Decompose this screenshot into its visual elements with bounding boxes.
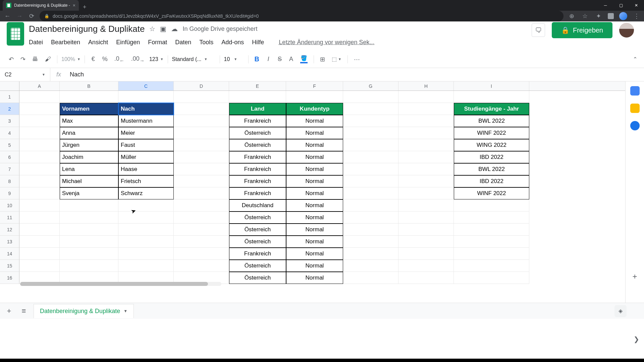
cell-H14[interactable] (398, 248, 454, 260)
formula-input[interactable]: Nach (67, 71, 644, 78)
merge-cells-button[interactable]: ⬚▼ (330, 56, 343, 62)
tasks-icon[interactable] (630, 121, 640, 130)
cell-F11[interactable]: Normal (286, 212, 343, 224)
cell-C7[interactable]: Haase (118, 163, 174, 175)
number-format-select[interactable]: 123 ▼ (149, 56, 164, 62)
browser-tab[interactable]: Datenbereinigung & Duplikate - × (3, 0, 79, 11)
cell-E6[interactable]: Frankreich (229, 151, 286, 163)
borders-button[interactable]: ⊞ (318, 54, 327, 64)
column-header-E[interactable]: E (229, 81, 286, 90)
column-header-B[interactable]: B (60, 81, 118, 90)
maximize-button[interactable]: ▢ (613, 0, 629, 11)
fill-color-button[interactable]: 🪣 (298, 55, 310, 63)
cell-I9[interactable]: WINF 2022 (454, 187, 529, 199)
row-header[interactable]: 5 (0, 139, 19, 151)
cell-I13[interactable] (454, 236, 529, 248)
cell-I2[interactable]: Studiengänge - Jahr (454, 103, 529, 115)
cell-I4[interactable]: WINF 2022 (454, 127, 529, 139)
row-header[interactable]: 11 (0, 212, 19, 224)
cell-F6[interactable]: Normal (286, 151, 343, 163)
cell-I15[interactable] (454, 260, 529, 272)
row-header[interactable]: 13 (0, 236, 19, 248)
cell-G11[interactable] (343, 212, 398, 224)
cell-B2[interactable]: Vornamen (60, 103, 118, 115)
cell-H8[interactable] (398, 175, 454, 187)
row-header[interactable]: 6 (0, 151, 19, 163)
menu-bearbeiten[interactable]: Bearbeiten (51, 39, 80, 46)
reload-button[interactable]: ⟳ (28, 12, 36, 20)
cell-F2[interactable]: Kundentyp (286, 103, 343, 115)
cell-G7[interactable] (343, 163, 398, 175)
cell-D1[interactable] (174, 91, 229, 103)
sheet-tab-dropdown-icon[interactable]: ▼ (123, 309, 127, 313)
cell-G13[interactable] (343, 236, 398, 248)
cell-C13[interactable] (118, 236, 174, 248)
cell-A10[interactable] (19, 199, 60, 212)
close-window-button[interactable]: ✕ (629, 0, 644, 11)
column-header-G[interactable]: G (343, 81, 398, 90)
name-box[interactable]: C2 ▼ (0, 68, 50, 81)
font-size-select[interactable]: 10 ▼ (224, 56, 244, 62)
cell-F9[interactable]: Normal (286, 187, 343, 199)
keep-icon[interactable] (630, 104, 640, 113)
cell-G8[interactable] (343, 175, 398, 187)
cell-G10[interactable] (343, 199, 398, 212)
cell-E5[interactable]: Österreich (229, 139, 286, 151)
cell-B1[interactable] (60, 91, 118, 103)
cell-C11[interactable] (118, 212, 174, 224)
cell-F8[interactable]: Normal (286, 175, 343, 187)
cell-H10[interactable] (398, 199, 454, 212)
add-sheet-button[interactable]: + (4, 307, 14, 315)
cell-A1[interactable] (19, 91, 60, 103)
cell-E1[interactable] (229, 91, 286, 103)
cell-H6[interactable] (398, 151, 454, 163)
cell-A11[interactable] (19, 212, 60, 224)
menu-ansicht[interactable]: Ansicht (88, 39, 108, 46)
cell-G1[interactable] (343, 91, 398, 103)
cell-E16[interactable]: Österreich (229, 272, 286, 284)
cell-G2[interactable] (343, 103, 398, 115)
menu-daten[interactable]: Daten (175, 39, 191, 46)
cell-C12[interactable] (118, 224, 174, 236)
minimize-button[interactable]: ─ (598, 0, 613, 11)
cell-I5[interactable]: WING 2022 (454, 139, 529, 151)
increase-decimal-button[interactable]: .00→ (129, 54, 147, 65)
more-tools-button[interactable]: ⋯ (352, 54, 362, 64)
cell-I11[interactable] (454, 212, 529, 224)
cell-G5[interactable] (343, 139, 398, 151)
cell-A9[interactable] (19, 187, 60, 199)
column-header-H[interactable]: H (398, 81, 454, 90)
cell-B12[interactable] (60, 224, 118, 236)
cell-C10[interactable] (118, 199, 174, 212)
cell-D15[interactable] (174, 260, 229, 272)
cloud-status-icon[interactable]: ☁ (171, 25, 178, 33)
cell-C15[interactable] (118, 260, 174, 272)
expand-side-panel-button[interactable]: ❯ (634, 335, 639, 343)
cell-E9[interactable]: Frankreich (229, 187, 286, 199)
all-sheets-button[interactable]: ≡ (19, 307, 29, 315)
url-input[interactable]: 🔒 docs.google.com/spreadsheets/d/1Jevzbk… (40, 11, 564, 21)
cell-C5[interactable]: Faust (118, 139, 174, 151)
row-header[interactable]: 9 (0, 187, 19, 199)
cell-H2[interactable] (398, 103, 454, 115)
cell-E12[interactable]: Österreich (229, 224, 286, 236)
cell-D11[interactable] (174, 212, 229, 224)
cell-C1[interactable] (118, 91, 174, 103)
explore-button[interactable]: ◈ (614, 305, 627, 317)
cell-D5[interactable] (174, 139, 229, 151)
cell-F12[interactable]: Normal (286, 224, 343, 236)
collapse-toolbar-button[interactable]: ⌃ (633, 56, 637, 62)
cell-H7[interactable] (398, 163, 454, 175)
back-button[interactable]: ← (3, 13, 11, 20)
bold-button[interactable]: B (253, 54, 261, 64)
cell-E8[interactable]: Frankreich (229, 175, 286, 187)
cell-B7[interactable]: Lena (60, 163, 118, 175)
add-addon-button[interactable]: + (632, 272, 637, 281)
menu-einfuegen[interactable]: Einfügen (116, 39, 140, 46)
cell-B13[interactable] (60, 236, 118, 248)
undo-button[interactable]: ↶ (7, 54, 16, 64)
cell-A4[interactable] (19, 127, 60, 139)
last-edit-link[interactable]: Letzte Änderung vor wenigen Sek... (279, 39, 374, 46)
cell-B10[interactable] (60, 199, 118, 212)
strikethrough-button[interactable]: S (275, 54, 284, 64)
